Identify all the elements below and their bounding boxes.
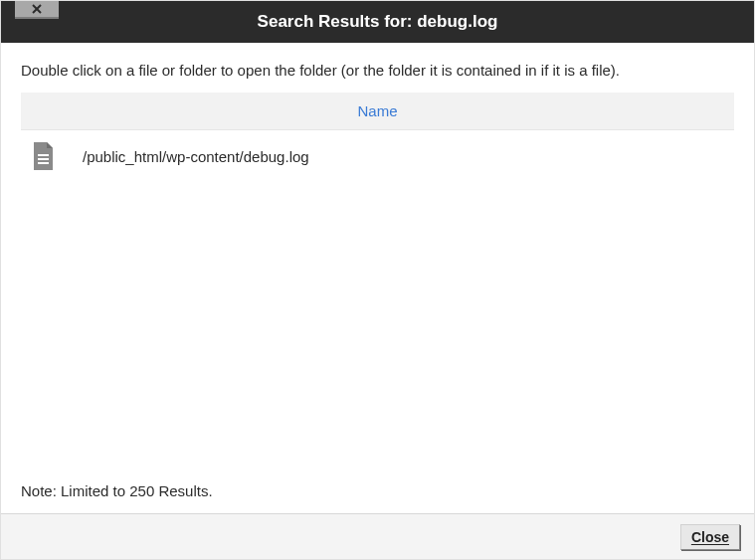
results-limit-note: Note: Limited to 250 Results. [21, 478, 734, 513]
table-body: /public_html/wp-content/debug.log [21, 130, 734, 478]
dialog-title: Search Results for: debug.log [1, 12, 754, 32]
dialog-footer: Close [1, 513, 754, 559]
instruction-text: Double click on a file or folder to open… [21, 61, 734, 81]
file-path: /public_html/wp-content/debug.log [83, 148, 309, 165]
close-icon [31, 3, 43, 15]
svg-rect-4 [38, 162, 49, 164]
column-header-name: Name [357, 102, 397, 119]
file-icon [31, 142, 55, 170]
close-button[interactable]: Close [680, 524, 740, 550]
svg-rect-2 [38, 154, 49, 156]
results-table: Name /public_html/wp-content/debug.log [21, 93, 734, 478]
table-header[interactable]: Name [21, 93, 734, 130]
dialog-titlebar: Search Results for: debug.log [1, 1, 754, 43]
close-tab-button[interactable] [15, 1, 59, 19]
svg-rect-3 [38, 158, 49, 160]
table-row[interactable]: /public_html/wp-content/debug.log [21, 130, 734, 182]
dialog-content: Double click on a file or folder to open… [1, 43, 754, 513]
